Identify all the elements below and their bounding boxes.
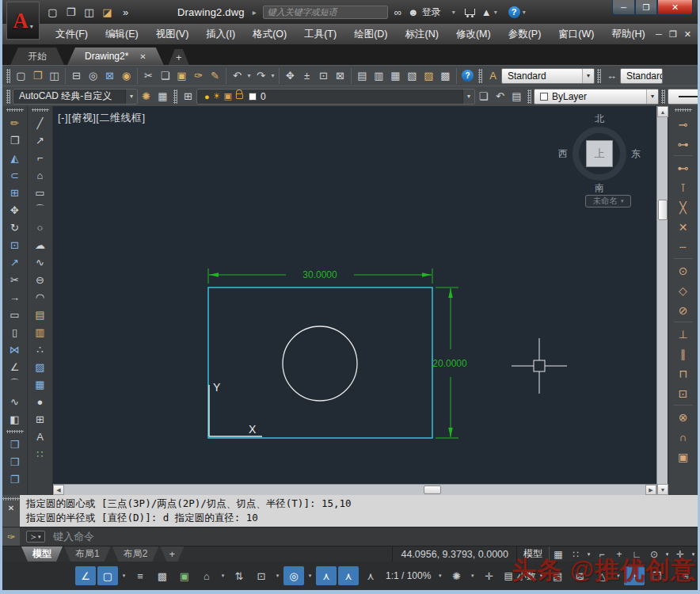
scroll-left-icon[interactable]: ◀ [53,485,64,495]
menu-item[interactable]: 视图(V) [147,24,198,44]
width-dimension[interactable]: 30.0000 [208,268,432,284]
filter-caret-icon[interactable]: ▾ [306,566,314,585]
mirror-icon[interactable]: ◭ [5,149,25,166]
circle-icon[interactable]: ○ [30,219,51,236]
help-caret-icon[interactable]: ▾ [523,9,526,16]
infer-constraints-icon[interactable]: ⌐ [593,549,611,560]
save-icon[interactable]: ◫ [46,67,63,84]
linetype-select[interactable] [668,89,698,105]
table-icon[interactable]: ⊞ [30,410,51,428]
drawn-circle[interactable] [283,326,357,401]
color-select[interactable]: ByLayer ▾ [534,89,659,105]
tool-palettes-icon[interactable]: ▦ [387,67,404,84]
toolbar-grip[interactable] [478,69,482,83]
application-menu-button[interactable]: A ▾ [6,2,40,40]
osnap-caret-icon[interactable]: ▾ [689,551,698,558]
new-file-icon[interactable]: ▢ [45,5,60,20]
view-name-button[interactable]: 未命名 ▾ [585,195,631,208]
fillet-icon[interactable]: ⌒ [5,375,25,393]
markup-icon[interactable]: ✎ [207,67,223,84]
cart-icon[interactable] [465,9,475,15]
viewcube-west-label[interactable]: 西 [558,147,568,161]
restore-button[interactable]: ❐ [635,0,657,15]
snap-quadrant-icon[interactable]: ◇ [672,280,694,300]
graphics-performance-icon[interactable]: ◔ [624,566,645,585]
spline-icon[interactable]: ∿ [30,253,51,271]
snap-node-icon[interactable]: ⊡ [672,383,694,403]
line-icon[interactable]: ╱ [30,114,51,131]
monitor-caret-icon[interactable]: ▾ [614,566,622,585]
text-style-select[interactable]: Standard ▾ [501,68,595,84]
open-icon[interactable]: ❐ [29,67,46,84]
print-icon[interactable]: ⊟ [68,67,85,84]
ellipse-icon[interactable]: ⊖ [30,271,51,288]
markup-set-icon[interactable]: ▨ [420,67,437,84]
polyline-icon[interactable]: ⌐ [30,149,51,166]
menu-item[interactable]: 格式(O) [244,24,295,44]
osnap-3d-icon[interactable]: ⌂ [196,566,217,585]
command-prompt-icon[interactable]: ≻ ▾ [26,531,45,543]
minimize-button[interactable]: ─ [612,0,635,15]
search-input[interactable]: 键入关键字或短语 [263,6,388,19]
coordinates-display[interactable]: 44.0956, 9.3793, 0.0000 [392,546,516,562]
sheetset-manager-icon[interactable]: ▧ [404,67,420,84]
object-snap-icon[interactable]: ▢ [97,566,118,585]
scale-caret-icon[interactable]: ▾ [436,566,444,585]
break-icon[interactable]: ▯ [5,323,25,341]
mtext-icon[interactable]: A [30,428,51,445]
scroll-right-icon[interactable]: ▶ [645,485,656,495]
layer-properties-icon[interactable]: ⊞ [180,88,196,105]
explode-icon[interactable]: ◧ [5,410,25,428]
signin-caret-icon[interactable]: ▾ [452,9,455,16]
snap-intersection-icon[interactable]: ╳ [672,197,694,217]
sign-in-button[interactable]: 登录 [422,6,441,19]
paste-icon[interactable]: ▣ [173,67,190,84]
scroll-down-icon[interactable]: ▼ [657,484,668,495]
bring-above-objects-icon[interactable]: ❐ [5,470,25,488]
ortho-icon[interactable]: ∟ [628,549,645,560]
zoom-window-icon[interactable]: ⊡ [315,67,332,84]
snap-insert-icon[interactable]: ⊓ [672,364,694,383]
toolbar-grip[interactable] [6,89,10,104]
snap-parallel-icon[interactable]: ∥ [672,344,694,364]
viewcube-east-label[interactable]: 东 [631,147,641,161]
toolbar-grip[interactable] [597,69,601,83]
close-button[interactable]: ✕ [657,0,693,15]
a360-caret-icon[interactable]: ▾ [494,9,497,16]
isolate-objects-icon[interactable]: ✛ [478,566,499,585]
layer-thaw-sun-icon[interactable]: ☀ [213,91,221,101]
copy-icon[interactable]: ❏ [157,67,173,84]
a360-icon[interactable]: ▲ [481,6,492,18]
break-at-point-icon[interactable]: ▭ [5,306,25,323]
menu-item[interactable]: 文件(F) [47,24,97,44]
snap-none-icon[interactable]: ∩ [672,427,694,447]
point-icon[interactable]: ∴ [30,341,51,358]
viewcube-top-face[interactable]: 上 [586,140,613,167]
viewcube-north-label[interactable]: 北 [560,112,639,126]
title-expand-icon[interactable]: ▸ [253,8,257,17]
gradient-icon[interactable]: ▦ [30,375,51,393]
publish-icon[interactable]: ◉ [118,67,135,84]
workspace-gear-icon[interactable]: ✺ [446,566,466,585]
tab-layout2[interactable]: 布局2 [112,546,159,562]
snap-nearest-icon[interactable]: ⊗ [672,407,694,427]
dim-style-select[interactable]: Standard [620,68,663,84]
scroll-up-icon[interactable]: ▲ [657,106,668,117]
stretch-icon[interactable]: ↗ [5,253,25,271]
clean-screen-icon[interactable]: ❐ [646,566,667,585]
hatch-icon[interactable]: ▨ [30,358,51,375]
layer-states-icon[interactable]: ▤ [508,88,525,105]
tab-drawing2[interactable]: Drawing2* ✕ [67,48,164,65]
layer-viewport-icon[interactable]: ▣ [224,91,232,101]
ellipse-arc-icon[interactable]: ◠ [30,288,51,306]
snap-midpoint-icon[interactable]: ⊺ [672,177,694,197]
text-style-icon[interactable]: A [485,67,501,84]
snap-endpoint-icon[interactable]: ⊷ [672,158,694,177]
osnap-3d-caret-icon[interactable]: ▾ [219,566,227,585]
vertical-scrollbar[interactable]: ▲ ▼ [656,106,668,495]
dim-style-icon[interactable]: ↔ [603,67,620,84]
annotation-monitor-icon[interactable]: △ [592,566,612,585]
revision-cloud-icon[interactable]: ☁ [30,236,51,253]
tab-start[interactable]: 开始 [10,48,64,65]
layer-unlock-icon[interactable] [236,93,243,99]
